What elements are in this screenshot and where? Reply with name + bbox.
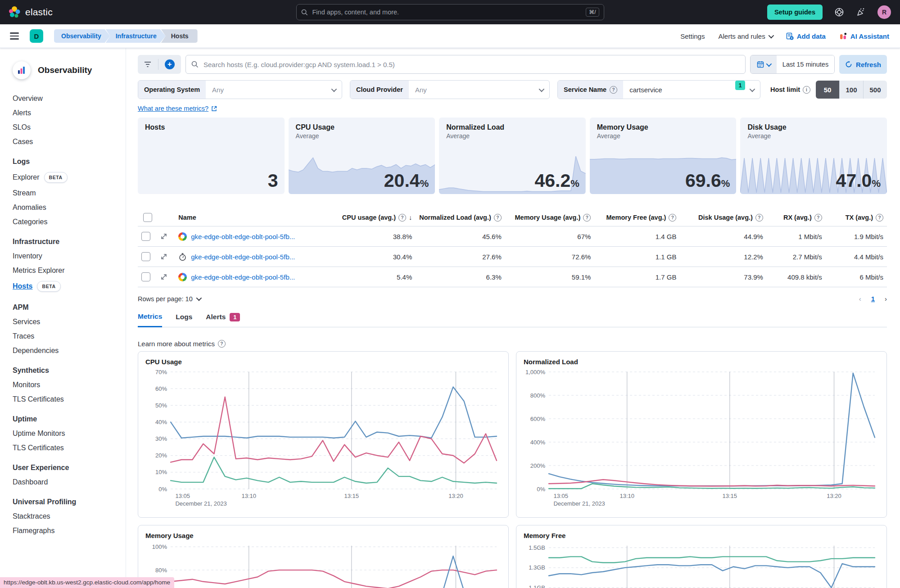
- sidebar-section-logs: Logs: [13, 158, 126, 166]
- user-avatar[interactable]: R: [877, 5, 891, 19]
- sidebar-item-overview[interactable]: Overview: [13, 95, 126, 103]
- kpi-hosts-card[interactable]: Hosts 3: [138, 118, 285, 194]
- host-name-link[interactable]: gke-edge-oblt-edge-oblt-pool-5fb...: [191, 253, 295, 261]
- sidebar-item-tls-certificates[interactable]: TLS Certificates: [13, 395, 126, 403]
- ai-assistant-link[interactable]: AI Assistant: [839, 32, 889, 40]
- tab-metrics[interactable]: Metrics: [138, 312, 162, 327]
- column-header-disk-usage[interactable]: Disk Usage (avg.)?: [698, 214, 763, 222]
- normalized-load-chart[interactable]: 0%200%400%600%800%1,000%13:05December 21…: [524, 367, 879, 510]
- normalized-load-chart-card: Normalized Load 0%200%400%600%800%1,000%…: [516, 351, 887, 518]
- global-search-input[interactable]: [312, 8, 586, 16]
- sidebar-item-monitors[interactable]: Monitors: [13, 381, 126, 389]
- select-all-checkbox[interactable]: [143, 213, 152, 222]
- sidebar-item-explorer[interactable]: ExplorerBETA: [13, 172, 126, 183]
- column-header-cpu[interactable]: CPU usage (avg.)?↓: [342, 214, 412, 222]
- sidebar-item-dependencies[interactable]: Dependencies: [13, 347, 126, 355]
- learn-more-about-metrics-link[interactable]: Learn more about metrics ?: [138, 340, 226, 348]
- page-number[interactable]: 1: [871, 295, 875, 303]
- expand-row-icon[interactable]: [161, 274, 167, 280]
- sidebar-item-stacktraces[interactable]: Stacktraces: [13, 512, 126, 520]
- breadcrumb-infrastructure[interactable]: Infrastructure: [106, 29, 166, 43]
- sidebar-item-dashboard[interactable]: Dashboard: [13, 478, 126, 486]
- sidebar-item-metrics-explorer[interactable]: Metrics Explorer: [13, 267, 126, 275]
- operating-system-filter[interactable]: Operating System Any: [138, 80, 342, 99]
- menu-hamburger-icon[interactable]: [10, 32, 19, 40]
- row-checkbox[interactable]: [141, 232, 150, 241]
- bar-chart-icon: [18, 66, 26, 74]
- help-icon: ?: [398, 214, 406, 222]
- time-range-value[interactable]: Last 15 minutes: [777, 55, 834, 73]
- sidebar-item-alerts[interactable]: Alerts: [13, 109, 126, 117]
- sidebar-item-slos[interactable]: SLOs: [13, 123, 126, 131]
- host-name-link[interactable]: gke-edge-oblt-edge-oblt-pool-5fb...: [191, 233, 295, 240]
- cpu-usage-chart[interactable]: 0%10%20%30%40%50%60%70%13:05December 21,…: [145, 367, 501, 510]
- help-icon: ?: [755, 214, 763, 222]
- kpi-disk-usage-card[interactable]: Disk Usage Average 47.0%: [740, 118, 887, 194]
- add-data-link[interactable]: Add data: [786, 32, 826, 40]
- news-party-icon[interactable]: [856, 7, 866, 17]
- hosts-search-bar[interactable]: [185, 55, 746, 74]
- tab-logs[interactable]: Logs: [176, 313, 192, 326]
- previous-page-icon[interactable]: ‹: [859, 295, 861, 303]
- sidebar-item-cases[interactable]: Cases: [13, 138, 126, 146]
- kpi-memory-usage-card[interactable]: Memory Usage Average 69.6%: [590, 118, 737, 194]
- sidebar-item-services[interactable]: Services: [13, 318, 126, 326]
- add-filter-button[interactable]: +: [165, 59, 175, 69]
- kpi-normalized-load-card[interactable]: Normalized Load Average 46.2%: [439, 118, 586, 194]
- sidebar-item-categories[interactable]: Categories: [13, 218, 126, 226]
- sidebar-item-anomalies[interactable]: Anomalies: [13, 204, 126, 212]
- sidebar-item-hosts[interactable]: HostsBETA: [13, 281, 126, 292]
- next-page-icon[interactable]: ›: [885, 295, 887, 303]
- ai-assistant-icon: [839, 32, 847, 40]
- host-limit-100[interactable]: 100: [839, 81, 863, 99]
- what-are-these-metrics-link[interactable]: What are these metrics?: [138, 105, 217, 112]
- time-range-picker[interactable]: Last 15 minutes: [750, 55, 835, 74]
- filter-icon[interactable]: [144, 61, 151, 68]
- column-header-rx[interactable]: RX (avg.)?: [783, 214, 822, 222]
- row-checkbox[interactable]: [141, 252, 150, 261]
- cpu-usage-chart-card: CPU Usage 0%10%20%30%40%50%60%70%13:05De…: [138, 351, 509, 518]
- breadcrumb-observability[interactable]: Observability: [54, 29, 110, 43]
- sidebar-item-traces[interactable]: Traces: [13, 332, 126, 340]
- sidebar-item-uptime-tls-certificates[interactable]: TLS Certificates: [13, 444, 126, 452]
- memory-usage-chart[interactable]: 100%80%60%40%20%0%13:05December 21, 2023…: [145, 541, 501, 588]
- elastic-logo[interactable]: elastic: [8, 5, 53, 19]
- cloud-provider-filter[interactable]: Cloud Provider Any: [350, 80, 550, 99]
- column-header-normalized-load[interactable]: Normalized Load (avg.)?: [419, 214, 502, 222]
- host-name-link[interactable]: gke-edge-oblt-edge-oblt-pool-5fb...: [191, 273, 295, 281]
- column-header-memory-usage[interactable]: Memory Usage (avg.)?: [515, 214, 591, 222]
- refresh-button[interactable]: Refresh: [839, 55, 887, 74]
- svg-text:13:05: 13:05: [553, 493, 568, 499]
- tab-alerts[interactable]: Alerts 1: [206, 313, 240, 327]
- alerts-and-rules-menu[interactable]: Alerts and rules: [718, 32, 772, 40]
- sidebar-item-stream[interactable]: Stream: [13, 189, 126, 197]
- service-name-filter[interactable]: Service Name ? cartservice 1: [557, 80, 760, 99]
- sidebar-item-flamegraphs[interactable]: Flamegraphs: [13, 527, 126, 535]
- row-checkbox[interactable]: [141, 272, 150, 281]
- memory-usage-chart-card: Memory Usage 100%80%60%40%20%0%13:05Dece…: [138, 525, 509, 588]
- hosts-search-input[interactable]: [203, 60, 740, 69]
- memory-free-chart[interactable]: 1.5GB1.3GB1.1GB0.9GB13:05December 21, 20…: [524, 541, 879, 588]
- sidebar-item-uptime-monitors[interactable]: Uptime Monitors: [13, 430, 126, 438]
- column-header-memory-free[interactable]: Memory Free (avg.)?: [606, 214, 676, 222]
- calendar-button[interactable]: [751, 55, 777, 73]
- sidebar-item-inventory[interactable]: Inventory: [13, 252, 126, 260]
- expand-row-icon[interactable]: [161, 233, 167, 240]
- help-lifering-icon[interactable]: [834, 7, 844, 17]
- svg-text:40%: 40%: [155, 419, 167, 425]
- setup-guides-button[interactable]: Setup guides: [767, 5, 823, 20]
- expand-row-icon[interactable]: [161, 253, 167, 260]
- space-avatar[interactable]: D: [30, 29, 43, 43]
- settings-link[interactable]: Settings: [680, 32, 705, 40]
- query-controls-group: +: [138, 55, 181, 74]
- svg-text:80%: 80%: [155, 567, 167, 574]
- host-limit-500[interactable]: 500: [863, 81, 887, 99]
- column-header-tx[interactable]: TX (avg.)?: [846, 214, 883, 222]
- kpi-cpu-usage-card[interactable]: CPU Usage Average 20.4%: [289, 118, 435, 194]
- host-limit-50[interactable]: 50: [816, 81, 839, 99]
- rows-per-page-select[interactable]: Rows per page: 10: [138, 295, 200, 303]
- svg-text:13:05: 13:05: [175, 493, 190, 499]
- global-search[interactable]: ⌘/: [296, 4, 604, 20]
- gcp-host-icon: [178, 273, 187, 281]
- column-header-name[interactable]: Name: [178, 214, 196, 221]
